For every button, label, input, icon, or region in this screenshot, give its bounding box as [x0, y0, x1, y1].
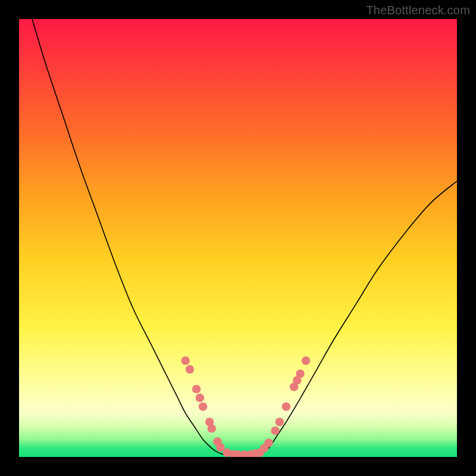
data-marker [196, 393, 204, 402]
marker-group [181, 356, 310, 457]
curve-layer [19, 19, 457, 457]
data-marker [186, 365, 194, 374]
data-marker [192, 385, 201, 393]
data-marker [296, 369, 304, 378]
right-curve [260, 181, 457, 455]
watermark-text: TheBottleneck.com [366, 4, 470, 17]
plot-area [19, 19, 457, 457]
data-marker [275, 418, 284, 426]
data-marker [264, 439, 273, 447]
data-marker [199, 402, 207, 411]
data-marker [208, 424, 216, 433]
data-marker [271, 427, 279, 435]
chart-frame: TheBottleneck.com [0, 0, 476, 476]
data-marker [282, 402, 290, 411]
data-marker [302, 356, 310, 365]
data-marker [181, 356, 189, 365]
